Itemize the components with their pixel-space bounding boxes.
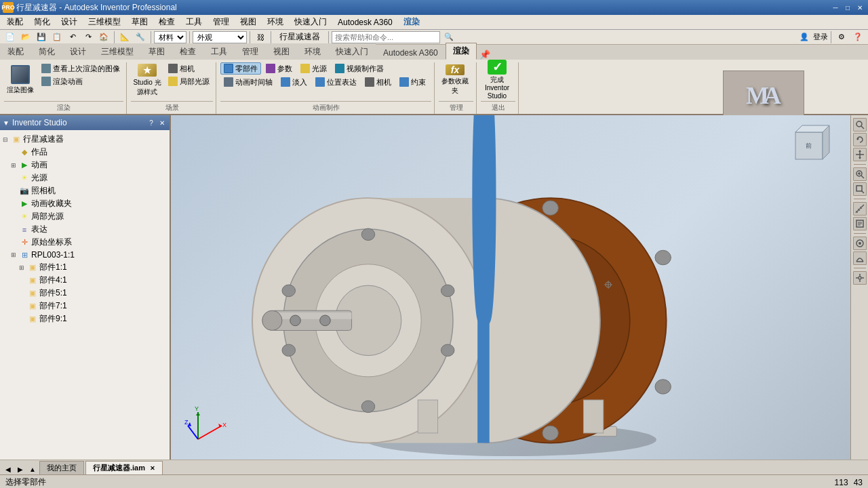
right-zoom-all-btn[interactable] [853, 118, 867, 131]
viewport[interactable]: 前 X Y Z [171, 115, 850, 460]
help-btn[interactable]: ❓ [850, 30, 865, 44]
save-btn[interactable]: 💾 [34, 30, 49, 44]
undo-btn[interactable]: ↶ [65, 30, 80, 44]
redo-btn[interactable]: ↷ [81, 30, 96, 44]
menu-quickstart[interactable]: 快速入门 [289, 15, 332, 29]
constraint-btn[interactable]: 约束 [396, 76, 429, 88]
tab-environment[interactable]: 环境 [297, 43, 328, 60]
tab-manage[interactable]: 管理 [235, 43, 266, 60]
property-btn[interactable]: 🔧 [133, 30, 148, 44]
tree-item-anim[interactable]: ⊞▶动画 [3, 159, 167, 171]
right-options-btn[interactable] [853, 271, 867, 285]
tab-iam[interactable]: 行星减速器.iam ✕ [85, 461, 163, 474]
tree-expand-anim[interactable]: ⊞ [11, 162, 19, 169]
position-expr-btn[interactable]: 位置表达 [312, 76, 360, 88]
tree-item-rpl003[interactable]: ⊞⊞RPL003-1:1 [3, 249, 167, 261]
param-manager-btn[interactable]: fx 参数收藏夹 [439, 62, 471, 98]
right-measure-btn[interactable] [853, 202, 867, 216]
tree-item-part5[interactable]: ▣部件5:1 [3, 287, 167, 300]
menu-environment[interactable]: 环境 [262, 15, 289, 29]
tree-item-work[interactable]: ◆作品 [3, 146, 167, 159]
view-cube[interactable]: 前 [792, 122, 830, 160]
close-button[interactable]: ✕ [854, 3, 865, 12]
open-btn[interactable]: 📂 [18, 30, 33, 44]
login-btn[interactable]: 👤 [797, 30, 812, 44]
right-pan-btn[interactable] [853, 148, 867, 161]
tab-assembly[interactable]: 装配 [0, 43, 31, 60]
menu-assembly[interactable]: 装配 [1, 15, 28, 29]
local-light-btn[interactable]: 局部光源 [165, 75, 213, 87]
tree-item-anim-fav[interactable]: ▶动画收藏夹 [3, 197, 167, 210]
menu-3dmodel[interactable]: 三维模型 [83, 15, 126, 29]
fade-btn[interactable]: 淡入 [277, 76, 311, 88]
menu-check[interactable]: 检查 [153, 15, 180, 29]
menu-design[interactable]: 设计 [56, 15, 83, 29]
tree-expand-root[interactable]: ⊟ [3, 136, 11, 143]
menu-simplify[interactable]: 简化 [28, 15, 56, 29]
tab-nav-prev[interactable]: ◀ [3, 464, 14, 474]
right-display-btn[interactable] [853, 237, 867, 250]
menu-autodesk[interactable]: Autodesk A360 [332, 16, 398, 28]
render-view-last-btn[interactable]: 查看上次渲染的图像 [38, 62, 123, 75]
new-btn[interactable]: 📄 [3, 30, 18, 44]
video-maker-btn[interactable]: 视频制作器 [332, 62, 387, 75]
complete-btn[interactable]: ✓ 完成Inventor Studio [481, 62, 513, 98]
search-input[interactable] [332, 31, 440, 43]
tree-item-part7[interactable]: ▣部件7:1 [3, 300, 167, 312]
tab-scroll-up[interactable]: ▲ [27, 464, 38, 474]
right-window-zoom-btn[interactable] [853, 182, 867, 196]
appearance-combo[interactable]: 外观 [193, 31, 247, 43]
home-btn[interactable]: 🏠 [96, 30, 111, 44]
tree-expand-part1[interactable]: ⊞ [19, 264, 27, 271]
tree-item-table[interactable]: ≡表达 [3, 223, 167, 236]
minimize-button[interactable]: ─ [830, 3, 841, 12]
tab-autodesk[interactable]: Autodesk A360 [376, 45, 446, 60]
light-btn2[interactable]: 光源 [297, 62, 330, 75]
tab-design[interactable]: 设计 [62, 43, 94, 60]
studio-style-btn[interactable]: ★ Studio 光源样式 [131, 62, 163, 98]
settings-btn[interactable]: ⚙ [834, 30, 849, 44]
chain-btn[interactable]: ⛓ [253, 30, 268, 44]
tab-sketch[interactable]: 草图 [141, 43, 172, 60]
viewport-canvas[interactable]: 前 X Y Z [171, 115, 850, 460]
tab-close-btn[interactable]: ✕ [150, 465, 155, 472]
ribbon-pin[interactable]: 📌 [477, 49, 493, 60]
right-appearance-btn[interactable] [853, 251, 867, 265]
tab-quickstart[interactable]: 快速入门 [328, 43, 376, 60]
measure-btn[interactable]: 📐 [117, 30, 132, 44]
right-zoom-in-btn[interactable] [853, 167, 867, 181]
menu-manage[interactable]: 管理 [208, 15, 235, 29]
tab-render[interactable]: 渲染 [446, 43, 477, 60]
tree-expand-rpl003[interactable]: ⊞ [11, 251, 19, 258]
tab-view[interactable]: 视图 [266, 43, 297, 60]
camera-btn3[interactable]: 相机 [361, 76, 395, 88]
search-btn[interactable]: 🔍 [441, 30, 456, 44]
render-anim-btn[interactable]: 渲染动画 [38, 75, 123, 87]
tab-3dmodel[interactable]: 三维模型 [94, 43, 141, 60]
tab-nav-next[interactable]: ▶ [15, 464, 26, 474]
tab-tools[interactable]: 工具 [203, 43, 235, 60]
tree-item-camera[interactable]: 📷照相机 [3, 184, 167, 197]
menu-sketch[interactable]: 草图 [126, 15, 153, 29]
params-btn[interactable]: 参数 [262, 62, 296, 75]
tree-item-local-light2[interactable]: ☀局部光源 [3, 210, 167, 223]
tree-item-light[interactable]: ☀光源 [3, 171, 167, 184]
anim-timeline-btn[interactable]: 动画时间轴 [220, 76, 276, 88]
render-image-btn[interactable]: 渲染图像 [4, 62, 37, 98]
panel-help-btn[interactable]: ? [146, 118, 156, 127]
parts-btn[interactable]: 零部件 [220, 62, 261, 75]
panel-close-btn[interactable]: ✕ [157, 118, 167, 127]
tree-item-part9[interactable]: ▣部件9:1 [3, 312, 167, 325]
menu-view[interactable]: 视图 [235, 15, 262, 29]
material-combo[interactable]: 材料 [154, 31, 186, 43]
maximize-button[interactable]: □ [842, 3, 853, 12]
right-rotate-btn[interactable] [853, 133, 867, 146]
tree-item-root[interactable]: ⊟▣行星减速器 [3, 133, 167, 146]
tree-item-coord[interactable]: ✛原始坐标系 [3, 236, 167, 249]
save-as-btn[interactable]: 📋 [50, 30, 64, 44]
tab-home[interactable]: 我的主页 [39, 461, 84, 474]
menu-render[interactable]: 渲染 [398, 15, 425, 29]
tab-simplify[interactable]: 简化 [31, 43, 62, 60]
camera-btn[interactable]: 相机 [165, 62, 213, 75]
tab-check[interactable]: 检查 [172, 43, 203, 60]
